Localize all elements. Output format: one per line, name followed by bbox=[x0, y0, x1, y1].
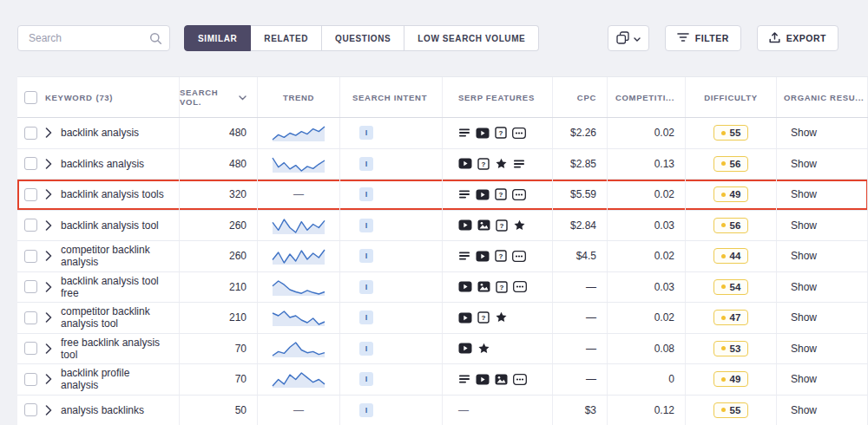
row-checkbox[interactable] bbox=[24, 403, 37, 416]
organic-show-link[interactable]: Show bbox=[791, 188, 817, 200]
table-row: analysis backlinks50—I—$30.1255Show bbox=[17, 396, 868, 425]
expand-chevron-icon[interactable] bbox=[45, 251, 53, 261]
trend-cell bbox=[258, 272, 340, 303]
organic-show-link[interactable]: Show bbox=[791, 343, 817, 355]
search-volume-value: 70 bbox=[180, 334, 258, 364]
organic-results-cell: Show bbox=[777, 149, 868, 180]
serp-video-icon bbox=[458, 158, 472, 169]
trend-cell bbox=[258, 364, 340, 395]
keyword-text[interactable]: backlinks analysis bbox=[61, 158, 144, 170]
expand-chevron-icon[interactable] bbox=[45, 189, 53, 199]
search-volume-value: 210 bbox=[180, 272, 258, 303]
difficulty-badge: 47 bbox=[713, 310, 749, 325]
serp-video-icon bbox=[458, 343, 472, 354]
serp-list-icon bbox=[458, 373, 470, 385]
keyword-text[interactable]: backlink analysis tools bbox=[61, 188, 164, 200]
keyword-text[interactable]: backlink analysis tool bbox=[61, 219, 159, 232]
serp-list-icon bbox=[458, 250, 470, 262]
export-button-label: EXPORT bbox=[786, 33, 826, 43]
competition-value: 0.03 bbox=[608, 211, 686, 241]
organic-show-link[interactable]: Show bbox=[791, 311, 817, 324]
search-volume-value: 320 bbox=[180, 180, 258, 210]
search-volume-value: 50 bbox=[180, 396, 258, 425]
serp-features-cell: ? bbox=[443, 118, 553, 148]
keyword-text[interactable]: competitor backlink analysis tool bbox=[61, 305, 168, 330]
difficulty-dot-icon bbox=[721, 131, 726, 135]
row-checkbox[interactable] bbox=[24, 342, 37, 355]
row-checkbox[interactable] bbox=[24, 250, 37, 263]
keyword-text[interactable]: backlink analysis bbox=[61, 127, 139, 139]
keyword-text[interactable]: backlink analysis tool free bbox=[61, 275, 168, 299]
keyword-cell: competitor backlink analysis bbox=[17, 241, 180, 271]
organic-show-link[interactable]: Show bbox=[791, 219, 817, 232]
row-checkbox[interactable] bbox=[24, 127, 37, 140]
serp-video-icon bbox=[476, 251, 490, 262]
difficulty-badge: 49 bbox=[713, 371, 749, 387]
row-checkbox[interactable] bbox=[24, 280, 37, 293]
organic-show-link[interactable]: Show bbox=[791, 158, 817, 170]
organic-results-cell: Show bbox=[777, 334, 868, 364]
cpc-value: $2.85 bbox=[553, 149, 608, 180]
tab-low-search-volume[interactable]: LOW SEARCH VOLUME bbox=[404, 25, 539, 51]
serp-video-icon bbox=[476, 189, 490, 200]
serp-features-cell: ? bbox=[443, 303, 553, 333]
row-checkbox[interactable] bbox=[24, 219, 37, 232]
row-checkbox[interactable] bbox=[24, 188, 37, 201]
intent-badge: I bbox=[359, 126, 373, 140]
trend-cell: — bbox=[258, 180, 340, 210]
expand-chevron-icon[interactable] bbox=[45, 405, 53, 415]
serp-faq-icon: ? bbox=[495, 188, 507, 200]
organic-show-link[interactable]: Show bbox=[791, 404, 817, 416]
filter-button[interactable]: FILTER bbox=[665, 25, 741, 51]
row-checkbox[interactable] bbox=[24, 311, 37, 324]
keyword-text[interactable]: competitor backlink analysis bbox=[61, 244, 168, 268]
difficulty-badge: 53 bbox=[713, 341, 749, 356]
expand-chevron-icon[interactable] bbox=[45, 128, 53, 138]
difficulty-dot-icon bbox=[721, 193, 726, 197]
table-body: backlink analysis480I?$2.260.0255Showbac… bbox=[17, 118, 868, 425]
intent-badge: I bbox=[359, 311, 373, 324]
serp-more-icon bbox=[513, 374, 527, 385]
serp-more-icon bbox=[513, 281, 527, 292]
keyword-cell: backlink analysis tool free bbox=[17, 272, 180, 303]
expand-chevron-icon[interactable] bbox=[45, 374, 53, 384]
organic-results-cell: Show bbox=[777, 272, 868, 303]
keyword-text[interactable]: analysis backlinks bbox=[61, 404, 144, 416]
keyword-text[interactable]: backlink profile analysis bbox=[61, 367, 168, 391]
organic-show-link[interactable]: Show bbox=[791, 281, 817, 293]
row-checkbox[interactable] bbox=[24, 373, 37, 386]
search-intent-cell: I bbox=[340, 334, 443, 364]
search-input[interactable] bbox=[17, 25, 170, 51]
columns-dropdown-button[interactable] bbox=[608, 25, 649, 51]
organic-results-cell: Show bbox=[777, 180, 868, 210]
organic-show-link[interactable]: Show bbox=[791, 127, 817, 139]
header-organic-results: ORGANIC RESU... bbox=[777, 77, 868, 117]
expand-chevron-icon[interactable] bbox=[45, 282, 53, 292]
tab-questions[interactable]: QUESTIONS bbox=[322, 25, 404, 51]
header-keyword: KEYWORD (73) bbox=[17, 77, 180, 117]
trend-empty-dash: — bbox=[293, 404, 304, 416]
row-checkbox[interactable] bbox=[24, 157, 37, 170]
columns-icon bbox=[616, 31, 629, 46]
organic-show-link[interactable]: Show bbox=[791, 373, 817, 385]
tab-similar[interactable]: SIMILAR bbox=[184, 25, 251, 51]
header-trend: TREND bbox=[258, 77, 340, 117]
expand-chevron-icon[interactable] bbox=[45, 159, 53, 169]
keyword-text[interactable]: free backlink analysis tool bbox=[61, 337, 168, 361]
search-intent-cell: I bbox=[340, 396, 443, 425]
difficulty-dot-icon bbox=[721, 254, 726, 258]
table-row: competitor backlink analysis260I?$4.50.0… bbox=[17, 241, 868, 272]
expand-chevron-icon[interactable] bbox=[45, 312, 53, 323]
expand-chevron-icon[interactable] bbox=[45, 220, 53, 231]
expand-chevron-icon[interactable] bbox=[45, 343, 53, 354]
header-search-vol[interactable]: SEARCH VOL. bbox=[180, 77, 258, 117]
tab-related[interactable]: RELATED bbox=[251, 25, 322, 51]
intent-badge: I bbox=[359, 187, 373, 201]
table-row-highlighted: backlink analysis tools320—I?$5.590.0249… bbox=[17, 180, 868, 211]
competition-value: 0.02 bbox=[608, 303, 686, 333]
select-all-checkbox[interactable] bbox=[24, 91, 37, 104]
organic-show-link[interactable]: Show bbox=[791, 250, 817, 262]
export-button[interactable]: EXPORT bbox=[757, 25, 838, 51]
keyword-cell: backlink profile analysis bbox=[17, 364, 180, 395]
cpc-value: $4.5 bbox=[553, 241, 608, 271]
